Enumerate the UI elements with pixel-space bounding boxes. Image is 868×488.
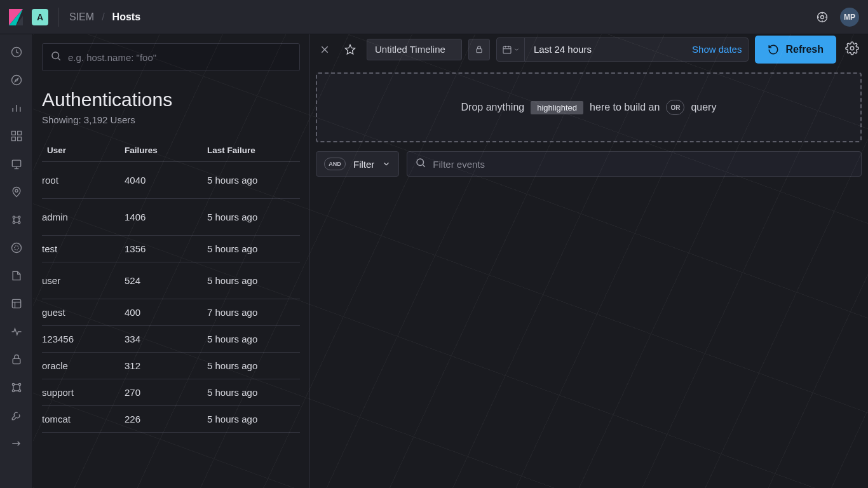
kql-search[interactable] bbox=[42, 43, 300, 71]
svg-rect-44 bbox=[503, 46, 511, 53]
table-header: User Failures Last Failure bbox=[42, 139, 300, 162]
app-header: A SIEM / Hosts MP bbox=[0, 0, 868, 34]
search-icon bbox=[50, 50, 62, 64]
svg-point-48 bbox=[850, 46, 854, 50]
svg-marker-11 bbox=[15, 79, 18, 82]
space-selector[interactable]: A bbox=[32, 9, 48, 25]
svg-point-24 bbox=[18, 216, 20, 218]
divider bbox=[58, 8, 59, 27]
cell-failures: 1356 bbox=[125, 236, 207, 262]
maps-icon[interactable] bbox=[10, 186, 23, 198]
svg-point-36 bbox=[18, 390, 20, 391]
uptime-icon[interactable] bbox=[10, 325, 23, 338]
hosts-panel: Authentications Showing: 3,192 Users Use… bbox=[33, 34, 309, 488]
cell-failures: 270 bbox=[125, 379, 207, 405]
table-row[interactable]: root40405 hours ago bbox=[42, 162, 300, 199]
cell-failures: 1406 bbox=[125, 199, 207, 235]
svg-point-4 bbox=[821, 15, 824, 18]
col-failures[interactable]: Failures bbox=[125, 146, 207, 155]
svg-point-35 bbox=[12, 390, 14, 391]
svg-point-34 bbox=[18, 383, 20, 385]
svg-point-38 bbox=[52, 52, 59, 59]
ml-icon[interactable] bbox=[10, 214, 23, 226]
svg-line-50 bbox=[423, 165, 425, 166]
cell-last-failure: 5 hours ago bbox=[207, 236, 300, 262]
kibana-logo-icon[interactable] bbox=[9, 9, 23, 25]
svg-rect-16 bbox=[17, 132, 21, 135]
close-timeline-icon[interactable] bbox=[316, 41, 334, 58]
svg-line-39 bbox=[58, 58, 60, 60]
add-filter-button[interactable]: AND Filter bbox=[316, 151, 399, 177]
cell-user: admin bbox=[42, 199, 125, 235]
svg-point-26 bbox=[13, 216, 15, 218]
chevron-down-icon bbox=[382, 159, 391, 168]
cell-user: guest bbox=[42, 299, 125, 325]
recent-icon[interactable] bbox=[10, 46, 23, 58]
infra-icon[interactable] bbox=[10, 241, 23, 254]
svg-point-22 bbox=[15, 189, 17, 192]
show-dates-link[interactable]: Show dates bbox=[692, 44, 748, 55]
apm-icon[interactable] bbox=[10, 297, 23, 310]
search-icon bbox=[415, 157, 426, 171]
svg-point-49 bbox=[417, 159, 424, 166]
refresh-button[interactable]: Refresh bbox=[755, 36, 836, 64]
collapse-icon[interactable] bbox=[10, 437, 23, 450]
settings-gear-icon[interactable] bbox=[843, 39, 862, 60]
drop-text-post: query bbox=[691, 102, 716, 113]
cell-last-failure: 5 hours ago bbox=[207, 162, 300, 198]
table-row[interactable]: admin14065 hours ago bbox=[42, 199, 300, 236]
query-drop-zone[interactable]: Drop anything highlighted here to build … bbox=[316, 72, 862, 142]
newsfeed-icon[interactable] bbox=[816, 11, 829, 24]
breadcrumb-app[interactable]: SIEM bbox=[69, 11, 94, 23]
col-user[interactable]: User bbox=[42, 146, 125, 155]
siem-icon[interactable] bbox=[10, 353, 23, 366]
svg-point-28 bbox=[14, 246, 18, 250]
logs-icon[interactable] bbox=[10, 269, 23, 282]
kql-input[interactable] bbox=[68, 52, 292, 63]
section-subtitle: Showing: 3,192 Users bbox=[42, 114, 300, 125]
svg-point-23 bbox=[13, 222, 15, 224]
cell-user: support bbox=[42, 379, 125, 405]
svg-rect-29 bbox=[12, 299, 20, 308]
table-row[interactable]: oracle3125 hours ago bbox=[42, 353, 300, 379]
table-row[interactable]: tomcat2265 hours ago bbox=[42, 406, 300, 433]
table-row[interactable]: support2705 hours ago bbox=[42, 379, 300, 406]
svg-point-33 bbox=[12, 383, 14, 385]
cell-last-failure: 5 hours ago bbox=[207, 199, 300, 235]
refresh-label: Refresh bbox=[785, 44, 824, 55]
devtools-icon[interactable] bbox=[10, 409, 23, 422]
canvas-icon[interactable] bbox=[10, 158, 23, 170]
cell-last-failure: 7 hours ago bbox=[207, 299, 300, 325]
timeline-title-input[interactable]: Untitled Timeline bbox=[367, 39, 462, 60]
breadcrumb: SIEM / Hosts bbox=[69, 11, 140, 23]
favorite-star-icon[interactable] bbox=[340, 39, 360, 60]
graph-icon[interactable] bbox=[10, 381, 23, 394]
date-range-picker[interactable]: Last 24 hours Show dates bbox=[496, 37, 749, 62]
lock-icon[interactable] bbox=[468, 39, 490, 60]
dashboard-icon[interactable] bbox=[10, 130, 23, 142]
col-last-failure[interactable]: Last Failure bbox=[207, 146, 300, 155]
cell-user: 123456 bbox=[42, 326, 125, 352]
compass-icon[interactable] bbox=[10, 74, 23, 86]
table-row[interactable]: test13565 hours ago bbox=[42, 236, 300, 262]
drop-text-mid: here to build an bbox=[590, 102, 660, 113]
svg-rect-32 bbox=[13, 358, 20, 363]
svg-rect-18 bbox=[17, 137, 21, 141]
cell-failures: 226 bbox=[125, 406, 207, 432]
date-range-text: Last 24 hours bbox=[525, 44, 692, 55]
cell-failures: 334 bbox=[125, 326, 207, 352]
filter-events-box[interactable] bbox=[407, 151, 862, 177]
table-row[interactable]: user5245 hours ago bbox=[42, 262, 300, 299]
table-row[interactable]: guest4007 hours ago bbox=[42, 299, 300, 326]
cell-user: oracle bbox=[42, 353, 125, 379]
cell-last-failure: 5 hours ago bbox=[207, 326, 300, 352]
visualize-icon[interactable] bbox=[10, 102, 23, 114]
breadcrumb-page[interactable]: Hosts bbox=[112, 11, 140, 23]
user-avatar[interactable]: MP bbox=[840, 8, 859, 27]
svg-point-10 bbox=[11, 76, 21, 85]
svg-point-25 bbox=[18, 222, 20, 224]
section-title: Authentications bbox=[42, 89, 300, 111]
calendar-icon bbox=[497, 38, 525, 61]
filter-events-input[interactable] bbox=[433, 159, 853, 170]
table-row[interactable]: 1234563345 hours ago bbox=[42, 326, 300, 353]
